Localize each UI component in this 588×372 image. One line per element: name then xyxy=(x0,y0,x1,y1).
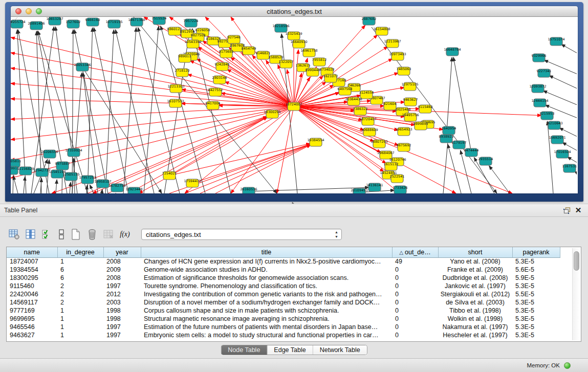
table-mode-button[interactable] xyxy=(56,228,67,241)
graph-edge[interactable] xyxy=(294,106,400,193)
tab-node-table[interactable]: Node Table xyxy=(221,345,267,355)
column-header-short[interactable]: short xyxy=(438,247,512,257)
graph-edge[interactable] xyxy=(139,106,294,193)
graph-edge[interactable] xyxy=(138,28,180,193)
graph-node[interactable]: 6497568 xyxy=(338,87,353,95)
graph-node[interactable]: 7957224 xyxy=(184,19,199,27)
tab-network-table[interactable]: Network Table xyxy=(313,345,367,355)
graph-edge[interactable] xyxy=(225,82,294,106)
show-columns-button[interactable] xyxy=(24,228,38,241)
graph-node[interactable]: 11156829 xyxy=(17,167,34,175)
scrollbar-thumb[interactable] xyxy=(574,251,579,271)
graph-node[interactable]: 16782759 xyxy=(108,184,125,192)
graph-node[interactable]: 26160536 xyxy=(240,187,257,193)
graph-node[interactable]: 9975887 xyxy=(55,162,70,170)
table-row[interactable]: 911546021997Tourette syndrome. Phenomeno… xyxy=(7,282,560,290)
graph-node[interactable]: 9115460 xyxy=(418,105,433,113)
graph-node[interactable]: 9329966 xyxy=(532,54,547,62)
graph-node[interactable]: 20891406 xyxy=(28,21,45,30)
graph-node[interactable]: 8427552 xyxy=(208,88,223,96)
graph-edge[interactable] xyxy=(185,144,311,193)
graph-node[interactable]: 2887682 xyxy=(362,17,377,25)
graph-node[interactable]: 12093872 xyxy=(529,84,546,93)
graph-node[interactable]: 17359924 xyxy=(65,148,82,157)
graph-node[interactable]: 10543392 xyxy=(184,40,201,48)
graph-edge[interactable] xyxy=(169,143,310,176)
table-options-button[interactable] xyxy=(7,228,21,241)
graph-node[interactable]: 15751074 xyxy=(548,37,564,46)
graph-node[interactable]: 14671368 xyxy=(128,18,145,26)
graph-edge[interactable] xyxy=(277,106,294,193)
graph-node[interactable]: 18807293 xyxy=(371,140,387,148)
graph-node[interactable]: 20109453 xyxy=(351,188,367,193)
graph-node[interactable]: 16210643 xyxy=(546,121,562,129)
graph-edge[interactable] xyxy=(574,171,577,187)
graph-node[interactable]: 19495756 xyxy=(402,113,419,121)
graph-edge[interactable] xyxy=(548,121,553,193)
graph-node[interactable]: 2522541 xyxy=(390,174,405,183)
graph-node[interactable]: 7254021 xyxy=(162,171,177,180)
graph-edge[interactable] xyxy=(88,28,93,193)
graph-edge[interactable] xyxy=(561,44,577,65)
graph-node[interactable]: 8454749 xyxy=(242,47,256,55)
graph-node[interactable]: 2803144 xyxy=(212,76,227,84)
graph-node[interactable]: 19654923 xyxy=(395,127,412,136)
zoom-window-button[interactable] xyxy=(36,8,42,14)
graph-edge[interactable] xyxy=(13,176,18,193)
graph-node[interactable]: 16648784 xyxy=(444,48,461,56)
create-column-button[interactable] xyxy=(69,228,83,241)
graph-edge[interactable] xyxy=(88,116,267,193)
graph-node[interactable]: 7515524 xyxy=(152,17,167,25)
resize-grip-icon[interactable] xyxy=(11,17,18,24)
graph-node[interactable]: 9175685 xyxy=(219,50,234,58)
close-window-button[interactable] xyxy=(15,8,21,14)
graph-node[interactable]: 18720407 xyxy=(359,117,376,125)
graph-node[interactable]: 1733426 xyxy=(393,186,408,193)
graph-node[interactable]: 6179197 xyxy=(452,141,467,149)
graph-node[interactable]: 12942737 xyxy=(33,168,50,177)
graph-node[interactable]: 17016504 xyxy=(554,150,571,158)
graph-node[interactable]: 9675692 xyxy=(397,143,411,151)
graph-node[interactable]: 2718120 xyxy=(175,69,190,77)
column-header-out_de[interactable]: △out_de… xyxy=(392,247,438,257)
graph-edge[interactable] xyxy=(94,28,128,193)
graph-node[interactable]: 9417004 xyxy=(206,101,221,110)
table-selector-dropdown[interactable]: citations_edges.txt ▲▼ xyxy=(141,229,342,240)
graph-node[interactable]: 12213303 xyxy=(167,84,184,93)
graph-node[interactable]: 1621072 xyxy=(323,74,338,82)
graph-node[interactable]: 14136141 xyxy=(366,183,383,191)
graph-edge[interactable] xyxy=(549,76,577,99)
graph-node[interactable]: 12505135 xyxy=(62,172,79,181)
graph-node[interactable]: 10719155 xyxy=(105,20,122,28)
graph-node[interactable]: 10973493 xyxy=(389,52,406,60)
graph-node[interactable]: 12923448 xyxy=(125,187,142,193)
graph-edge[interactable] xyxy=(74,30,108,193)
graph-edge[interactable] xyxy=(11,83,294,106)
graph-node[interactable]: 821604 xyxy=(384,102,397,110)
graph-node[interactable]: 19218596 xyxy=(272,24,289,32)
graph-node[interactable]: 16961758 xyxy=(300,49,317,57)
graph-node[interactable]: 2935514 xyxy=(478,157,493,165)
graph-edge[interactable] xyxy=(192,144,311,183)
graph-node[interactable]: 12213967 xyxy=(384,39,401,48)
graph-node[interactable]: 19384554 xyxy=(307,138,324,146)
graph-edge[interactable] xyxy=(116,30,154,193)
network-canvas[interactable]: 1872400714055724208914061065328715276029… xyxy=(11,17,578,193)
table-row[interactable]: 1938455462009Genome-wide association stu… xyxy=(7,266,560,274)
graph-node[interactable]: 16640910 xyxy=(290,40,307,48)
graph-node[interactable]: 12444154 xyxy=(531,99,548,107)
graph-edge[interactable] xyxy=(24,177,25,193)
minimize-window-button[interactable] xyxy=(26,8,32,14)
graph-node[interactable]: 20053346 xyxy=(74,63,91,71)
network-titlebar[interactable]: citations_edges.txt xyxy=(11,6,578,17)
column-header-year[interactable]: year xyxy=(103,247,141,257)
graph-node[interactable]: 20364436 xyxy=(345,97,362,105)
graph-node[interactable]: 8990448 xyxy=(306,68,320,76)
graph-edge[interactable] xyxy=(227,69,294,106)
graph-node[interactable]: 7386322 xyxy=(353,107,368,115)
graph-node[interactable]: 9227341 xyxy=(537,69,552,77)
graph-node[interactable]: 3919911 xyxy=(11,166,19,174)
close-panel-icon[interactable]: ✕ xyxy=(573,205,584,215)
table-scrollbar[interactable] xyxy=(572,248,580,340)
graph-node[interactable]: 9242848 xyxy=(215,62,230,71)
